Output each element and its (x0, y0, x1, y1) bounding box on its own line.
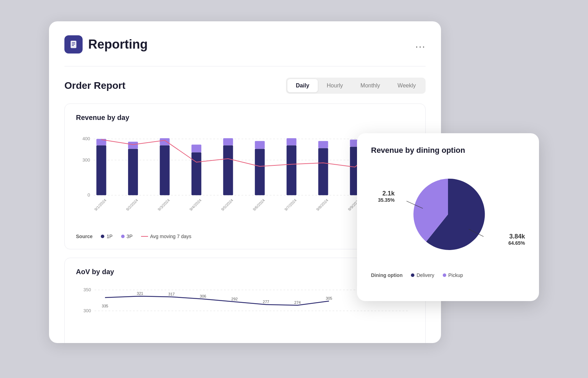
legend-delivery-label: Delivery (416, 272, 434, 278)
svg-text:305: 305 (326, 296, 332, 300)
svg-rect-16 (191, 152, 201, 195)
svg-text:335: 335 (102, 304, 108, 308)
page-title: Reporting (88, 37, 148, 52)
svg-rect-3 (72, 45, 74, 46)
svg-rect-18 (223, 145, 233, 195)
legend-avg: Avg moving 7 days (141, 234, 191, 239)
tab-daily[interactable]: Daily (287, 79, 317, 92)
svg-rect-20 (255, 149, 265, 195)
svg-rect-22 (287, 145, 296, 195)
legend-delivery-dot (411, 273, 414, 277)
svg-text:306: 306 (200, 294, 206, 298)
svg-text:317: 317 (168, 292, 175, 296)
svg-rect-1 (72, 42, 75, 43)
report-svg-icon (69, 40, 78, 49)
header-left: Reporting (64, 35, 148, 54)
legend-1p-label: 1P (106, 234, 112, 239)
svg-text:9/3/2024: 9/3/2024 (157, 198, 170, 212)
delivery-value: 3.84k (509, 233, 525, 240)
report-icon (64, 35, 83, 54)
delivery-percent: 64.65% (509, 240, 525, 246)
dining-option-label: Dining option (371, 272, 402, 278)
legend-3p-label: 3P (127, 234, 133, 239)
pie-chart-legend: Dining option Delivery Pickup (371, 272, 525, 278)
legend-3p: 3P (121, 234, 133, 239)
tab-monthly[interactable]: Monthly (352, 79, 388, 92)
svg-text:292: 292 (231, 297, 238, 301)
svg-text:9/1/2024: 9/1/2024 (93, 198, 107, 212)
pie-chart-container: 2.1k 35.35% 3.84k 64.65% (371, 162, 525, 267)
svg-text:9/5/2024: 9/5/2024 (220, 198, 234, 212)
legend-1p-dot (101, 235, 104, 238)
svg-text:9/8/2024: 9/8/2024 (315, 198, 329, 212)
svg-text:274: 274 (294, 300, 301, 305)
svg-text:300: 300 (83, 308, 91, 313)
svg-rect-23 (287, 138, 296, 145)
legend-pickup: Pickup (443, 272, 463, 278)
svg-text:300: 300 (82, 157, 90, 162)
header-divider (64, 66, 426, 66)
svg-text:9/2/2024: 9/2/2024 (125, 198, 139, 212)
legend-3p-dot (121, 235, 125, 238)
pickup-value: 2.1k (378, 190, 394, 197)
legend-pickup-label: Pickup (448, 272, 463, 278)
tab-weekly[interactable]: Weekly (389, 79, 424, 92)
svg-text:321: 321 (137, 291, 143, 295)
svg-rect-10 (96, 145, 106, 195)
pie-chart-card: Revenue by dining option 2.1k 35.35% 3.8… (357, 133, 539, 301)
svg-rect-24 (318, 148, 328, 195)
pickup-percent: 35.35% (378, 197, 394, 203)
svg-rect-19 (223, 138, 233, 145)
delivery-label: 3.84k 64.65% (509, 233, 525, 246)
svg-text:9/4/2024: 9/4/2024 (189, 198, 202, 212)
svg-rect-25 (318, 141, 328, 148)
legend-avg-line (141, 236, 148, 237)
more-options-button[interactable]: ... (415, 39, 426, 50)
svg-rect-13 (128, 142, 138, 149)
legend-source-label: Source (76, 234, 92, 239)
svg-text:0: 0 (88, 192, 90, 198)
svg-rect-15 (160, 138, 169, 145)
pie-chart-title: Revenue by dining option (371, 146, 525, 155)
svg-text:277: 277 (263, 300, 269, 304)
pie-chart-svg (406, 172, 490, 256)
order-report-header: Order Report Daily Hourly Monthly Weekly (64, 78, 426, 94)
pickup-label: 2.1k 35.35% (378, 190, 394, 203)
svg-text:9/6/2024: 9/6/2024 (252, 198, 266, 212)
svg-rect-17 (191, 144, 201, 152)
svg-rect-21 (255, 141, 265, 149)
legend-1p: 1P (101, 234, 112, 239)
revenue-chart-title: Revenue by day (76, 114, 414, 122)
svg-text:350: 350 (83, 287, 91, 292)
header: Reporting ... (64, 35, 426, 54)
tab-hourly[interactable]: Hourly (318, 79, 351, 92)
svg-text:400: 400 (82, 136, 90, 141)
svg-rect-12 (128, 149, 138, 195)
legend-pickup-dot (443, 273, 446, 277)
legend-delivery: Delivery (411, 272, 434, 278)
svg-rect-14 (160, 145, 169, 195)
svg-rect-2 (72, 44, 75, 44)
time-period-tabs: Daily Hourly Monthly Weekly (286, 78, 426, 94)
order-report-title: Order Report (64, 80, 125, 91)
svg-text:9/7/2024: 9/7/2024 (284, 198, 298, 212)
legend-avg-label: Avg moving 7 days (150, 234, 191, 239)
